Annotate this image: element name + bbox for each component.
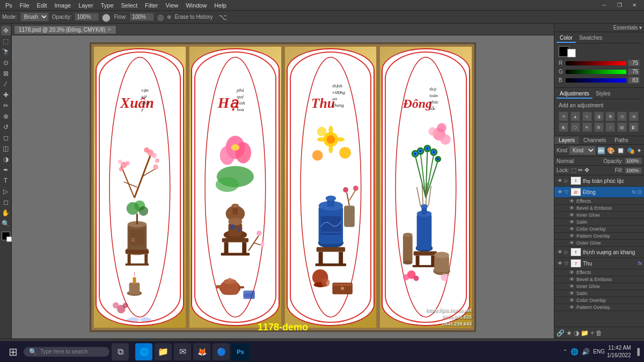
- quick-select-tool[interactable]: ⊙: [1, 58, 11, 68]
- effect-bevel-thu[interactable]: 👁 Bevel & Emboss: [554, 276, 644, 283]
- history-tool[interactable]: ↺: [1, 122, 11, 132]
- edge-icon[interactable]: 🌐: [135, 343, 152, 360]
- layer-eye-icon[interactable]: 👁: [557, 189, 563, 195]
- add-mask-btn[interactable]: ◑: [574, 329, 579, 337]
- stamp-tool[interactable]: ⊕: [1, 112, 11, 121]
- menu-window[interactable]: Window: [182, 0, 210, 11]
- lang-indicator[interactable]: ENG: [593, 349, 605, 354]
- move-tool[interactable]: ✥: [1, 26, 11, 35]
- pen-tool[interactable]: ✒: [1, 165, 11, 175]
- expand-arrow[interactable]: ▽: [565, 261, 569, 266]
- effect-pattern-overlay[interactable]: 👁 Pattern Overlay: [554, 233, 644, 240]
- ps-icon[interactable]: Ps: [232, 343, 249, 360]
- curves-icon[interactable]: ∿: [582, 112, 592, 121]
- search-bar[interactable]: 🔍 Type here to search: [24, 347, 109, 357]
- show-desktop-btn[interactable]: ▐: [635, 348, 640, 356]
- effect-eye[interactable]: 👁: [569, 233, 574, 239]
- r-input[interactable]: [628, 60, 640, 67]
- g-slider[interactable]: [566, 70, 626, 74]
- effect-eye[interactable]: 👁: [569, 205, 574, 211]
- tab-close-icon[interactable]: ✕: [107, 27, 112, 32]
- fill-input[interactable]: [625, 167, 642, 174]
- posterize-icon[interactable]: ▤: [617, 122, 627, 132]
- chrome-icon[interactable]: 🔵: [213, 343, 230, 360]
- menu-image[interactable]: Image: [52, 0, 75, 11]
- document-tab[interactable]: 1178.psd @ 20.3% (Đông, CMYK/8) ✕: [14, 25, 116, 34]
- layer-item[interactable]: 👁 ▽ Đ Đông fx ⊡: [554, 187, 644, 198]
- volume-icon[interactable]: 🔊: [582, 348, 590, 356]
- menu-filter[interactable]: Filter: [142, 0, 161, 11]
- opacity-input[interactable]: [75, 13, 99, 21]
- hsl-icon[interactable]: ⊙: [617, 112, 627, 121]
- crop-tool[interactable]: ⊠: [1, 69, 11, 78]
- effect-color-overlay[interactable]: 👁 Color Overlay: [554, 226, 644, 233]
- flow-input[interactable]: [130, 13, 154, 21]
- layer-eye-icon[interactable]: 👁: [557, 249, 563, 255]
- effect-eye[interactable]: 👁: [569, 226, 574, 232]
- bw-icon[interactable]: ◐: [559, 122, 568, 132]
- mail-icon[interactable]: ✉: [174, 343, 191, 360]
- menu-type[interactable]: Type: [98, 0, 117, 11]
- firefox-icon[interactable]: 🦊: [193, 343, 210, 360]
- color-lookup-icon[interactable]: ⊞: [594, 122, 604, 132]
- expand-arrow[interactable]: ▷: [565, 178, 569, 183]
- menu-ps[interactable]: Ps: [2, 0, 16, 11]
- lock-position-btn[interactable]: ✥: [584, 167, 589, 174]
- tab-adjustments[interactable]: Adjustments: [557, 90, 592, 99]
- marquee-tool[interactable]: ⬚: [1, 36, 11, 46]
- effect-eye[interactable]: 👁: [569, 305, 574, 310]
- layer-filter-icons[interactable]: 🔤 🎨 🔲 🎭 ✦: [597, 147, 642, 154]
- tab-layers[interactable]: Layers: [554, 136, 579, 144]
- healing-tool[interactable]: ✚: [1, 90, 11, 100]
- expand-arrow[interactable]: ▽: [565, 189, 569, 195]
- effect-eye[interactable]: 👁: [569, 284, 574, 289]
- expand-arrow[interactable]: ▷: [565, 249, 569, 255]
- effect-satin-thu[interactable]: 👁 Satin: [554, 290, 644, 297]
- r-slider[interactable]: [566, 61, 626, 65]
- add-group-btn[interactable]: 📁: [581, 329, 589, 337]
- gradient-tool[interactable]: ◫: [1, 144, 11, 153]
- effect-eye[interactable]: 👁: [569, 212, 574, 218]
- type-tool[interactable]: T: [1, 176, 11, 186]
- effect-eye[interactable]: 👁: [569, 298, 574, 303]
- show-hidden-icons[interactable]: ⌃: [563, 349, 567, 354]
- tab-paths[interactable]: Paths: [610, 136, 633, 144]
- g-input[interactable]: [628, 68, 640, 75]
- invert-icon[interactable]: ↕: [605, 122, 615, 132]
- tab-channels[interactable]: Channels: [579, 136, 610, 144]
- effect-outer-glow[interactable]: 👁 Outer Glow: [554, 240, 644, 247]
- lasso-tool[interactable]: 🔭: [1, 47, 11, 57]
- layer-kind-select[interactable]: Kind: [569, 146, 596, 155]
- layer-item[interactable]: 👁 ▷ T thọ toàn phúc lộc: [554, 175, 644, 187]
- shape-tool[interactable]: ◻: [1, 197, 11, 207]
- effect-eye[interactable]: 👁: [569, 219, 574, 225]
- effect-pattern-overlay-thu[interactable]: 👁 Pattern Overlay: [554, 304, 644, 311]
- hand-tool[interactable]: ✋: [1, 208, 11, 218]
- tab-color[interactable]: Color: [557, 34, 576, 43]
- menu-view[interactable]: View: [163, 0, 182, 11]
- canvas-content[interactable]: Xuân vạn sự như ý: [12, 35, 554, 338]
- lock-image-btn[interactable]: ✏: [578, 167, 583, 174]
- eyedropper-tool[interactable]: ⁄: [1, 79, 11, 89]
- background-color[interactable]: [6, 237, 12, 242]
- b-slider[interactable]: [566, 78, 626, 83]
- layer-item[interactable]: 👁 ▷ T thịnh vượng an khang: [554, 247, 644, 258]
- new-layer-btn[interactable]: +: [590, 329, 594, 337]
- brush-tool[interactable]: ✏: [1, 101, 11, 110]
- effect-color-overlay-thu[interactable]: 👁 Color Overlay: [554, 297, 644, 304]
- eraser-tool[interactable]: ◻: [1, 133, 11, 143]
- tab-swatches[interactable]: Swatches: [576, 34, 605, 43]
- menu-file[interactable]: File: [17, 0, 33, 11]
- tab-styles[interactable]: Styles: [592, 90, 613, 99]
- add-style-btn[interactable]: ★: [566, 329, 572, 337]
- menu-layer[interactable]: Layer: [75, 0, 97, 11]
- effects-eye[interactable]: 👁: [569, 270, 574, 275]
- task-view-btn[interactable]: ⧉: [112, 343, 129, 360]
- effects-eye[interactable]: 👁: [569, 198, 574, 204]
- menu-select[interactable]: Select: [118, 0, 141, 11]
- effect-eye[interactable]: 👁: [569, 291, 574, 296]
- effect-bevel[interactable]: 👁 Bevel & Emboss: [554, 205, 644, 212]
- network-icon[interactable]: 🌐: [570, 348, 579, 356]
- exposure-icon[interactable]: ◑: [594, 112, 604, 121]
- channel-mix-icon[interactable]: ≋: [582, 122, 592, 132]
